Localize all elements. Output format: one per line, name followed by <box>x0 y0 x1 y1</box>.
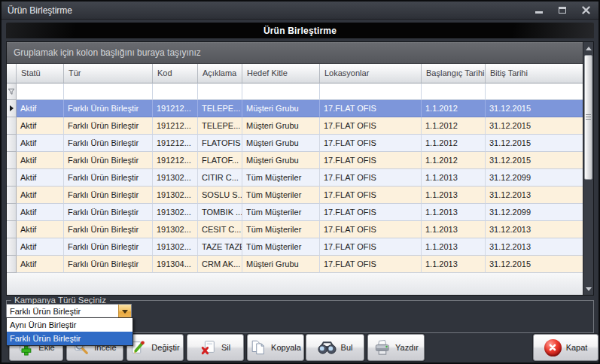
table-row[interactable]: Aktif Farklı Ürün Birleştir 191302... TO… <box>7 204 583 221</box>
combo-dropdown-button[interactable] <box>118 305 131 318</box>
scroll-down-button[interactable] <box>583 283 594 295</box>
cell-bitis-tarihi: 31.12.2015 <box>486 117 583 135</box>
cell-baslangic-tarihi: 1.1.2012 <box>422 100 486 117</box>
copy-button[interactable]: Kopyala <box>247 334 304 361</box>
scrollbar-thumb[interactable] <box>584 55 592 180</box>
cell-hedef-kitle: Müşteri Grubu <box>242 100 320 117</box>
filter-indicator-cell <box>7 83 17 100</box>
cell-kod: 191302... <box>153 204 198 221</box>
cell-baslangic-tarihi: 1.1.2012 <box>422 117 486 135</box>
cell-tur: Farklı Ürün Birleştir <box>64 238 153 256</box>
cell-tur: Farklı Ürün Birleştir <box>64 204 153 221</box>
row-indicator-cell <box>7 221 17 238</box>
row-indicator-cell <box>7 100 17 117</box>
edit-button[interactable]: Değiştir <box>126 334 184 361</box>
cell-kod: 191212... <box>153 100 198 117</box>
cell-kod: 191212... <box>153 117 198 135</box>
column-header-lokasyonlar[interactable]: Lokasyonlar <box>320 64 422 83</box>
cell-aciklama: SOSLU S... <box>198 187 242 204</box>
cell-kod: 191302... <box>153 169 198 187</box>
banner-title: Ürün Birleştirme <box>263 26 337 36</box>
cell-lokasyonlar: 17.FLAT OFIS <box>320 238 422 256</box>
cell-lokasyonlar: 17.FLAT OFIS <box>320 117 422 135</box>
row-indicator-cell <box>7 117 17 135</box>
filter-cell[interactable] <box>242 83 320 100</box>
grid-content: Gruplamak için kolon başlığını buraya ta… <box>7 42 583 295</box>
close-button[interactable] <box>579 5 592 17</box>
delete-button[interactable]: Sil <box>187 334 244 361</box>
cell-lokasyonlar: 17.FLAT OFIS <box>320 100 422 117</box>
cell-aciklama: TAZE TAZE <box>198 238 242 256</box>
cell-lokasyonlar: 17.FLAT OFIS <box>320 221 422 238</box>
cell-hedef-kitle: Müşteri Grubu <box>242 152 320 169</box>
grid-header-row: Statü Tür Kod Açıklama Hedef Kitle Lokas… <box>7 64 583 83</box>
campaign-type-combobox[interactable]: Farklı Ürün Birleştir <box>6 304 132 319</box>
cell-aciklama: FLATOFIS <box>198 135 242 152</box>
cell-hedef-kitle: Müşteri Grubu <box>242 256 320 273</box>
binoculars-icon <box>318 340 337 355</box>
column-header-baslangic-tarihi[interactable]: Başlangıç Tarihi <box>422 64 486 83</box>
dropdown-option[interactable]: Farklı Ürün Birleştir <box>7 332 132 345</box>
app-window: Ürün Birleştirme Ürün Birleştirme Grupla… <box>0 0 600 364</box>
cell-aciklama: CRM AK... <box>198 256 242 273</box>
close-form-button[interactable]: Kapat <box>533 334 598 361</box>
form-banner: Ürün Birleştirme <box>6 23 594 38</box>
window-title: Ürün Birleştirme <box>8 5 72 16</box>
filter-cell[interactable] <box>64 83 153 100</box>
cell-lokasyonlar: 17.FLAT OFIS <box>320 135 422 152</box>
find-button[interactable]: Bul <box>306 334 364 361</box>
cell-tur: Farklı Ürün Birleştir <box>64 100 153 117</box>
vertical-scrollbar[interactable] <box>583 42 593 295</box>
filter-cell[interactable] <box>198 83 242 100</box>
cell-statu: Aktif <box>17 152 64 169</box>
filter-cell[interactable] <box>153 83 198 100</box>
filter-cell[interactable] <box>486 83 583 100</box>
row-indicator-cell <box>7 238 17 256</box>
table-row[interactable]: Aktif Farklı Ürün Birleştir 191212... TE… <box>7 117 583 135</box>
minimize-button[interactable] <box>532 5 546 17</box>
print-button[interactable]: Yazdır <box>367 334 425 361</box>
cell-hedef-kitle: Tüm Müşteriler <box>242 221 320 238</box>
window-chrome: Ürün Birleştirme Ürün Birleştirme Grupla… <box>2 2 598 362</box>
column-header-aciklama[interactable]: Açıklama <box>198 64 242 83</box>
cell-kod: 191212... <box>153 152 198 169</box>
filter-cell[interactable] <box>320 83 422 100</box>
column-header-hedef-kitle[interactable]: Hedef Kitle <box>242 64 320 83</box>
column-header-statu[interactable]: Statü <box>17 64 64 83</box>
table-row[interactable]: Aktif Farklı Ürün Birleştir 191212... FL… <box>7 152 583 169</box>
cell-bitis-tarihi: 31.12.2099 <box>486 169 583 187</box>
copy-button-label: Kopyala <box>271 343 301 352</box>
thumb-grip-icon <box>586 114 591 120</box>
row-indicator-cell <box>7 135 17 152</box>
cell-statu: Aktif <box>17 221 64 238</box>
cell-statu: Aktif <box>17 100 64 117</box>
cell-baslangic-tarihi: 1.1.2013 <box>422 221 486 238</box>
cell-bitis-tarihi: 31.12.2099 <box>486 204 583 221</box>
column-header-kod[interactable]: Kod <box>153 64 198 83</box>
cell-hedef-kitle: Tüm Müşteriler <box>242 238 320 256</box>
column-header-bitis-tarihi[interactable]: Bitiş Tarihi <box>486 64 583 83</box>
table-row[interactable]: Aktif Farklı Ürün Birleştir 191302... TA… <box>7 238 583 256</box>
column-header-tur[interactable]: Tür <box>64 64 153 83</box>
cell-lokasyonlar: 17.FLAT OFIS <box>320 152 422 169</box>
filter-cell[interactable] <box>422 83 486 100</box>
table-row[interactable]: Aktif Farklı Ürün Birleştir 191304... CR… <box>7 256 583 273</box>
window-controls <box>532 5 592 17</box>
table-row[interactable]: Aktif Farklı Ürün Birleştir 191302... CI… <box>7 169 583 187</box>
cell-tur: Farklı Ürün Birleştir <box>64 187 153 204</box>
row-indicator-cell <box>7 204 17 221</box>
cell-aciklama: CESIT C... <box>198 221 242 238</box>
filter-cell[interactable] <box>17 83 64 100</box>
dropdown-option[interactable]: Aynı Ürün Birleştir <box>7 318 132 332</box>
table-row[interactable]: Aktif Farklı Ürün Birleştir 191302... SO… <box>7 187 583 204</box>
scroll-up-button[interactable] <box>583 42 594 54</box>
table-row[interactable]: Aktif Farklı Ürün Birleştir 191302... CE… <box>7 221 583 238</box>
row-indicator-cell <box>7 256 17 273</box>
cell-baslangic-tarihi: 1.1.2012 <box>422 135 486 152</box>
maximize-button[interactable] <box>556 5 569 17</box>
table-row[interactable]: Aktif Farklı Ürün Birleştir 191212... TE… <box>7 100 583 117</box>
cell-hedef-kitle: Müşteri Grubu <box>242 135 320 152</box>
cell-kod: 191302... <box>153 221 198 238</box>
cell-aciklama: CITIR C... <box>198 169 242 187</box>
table-row[interactable]: Aktif Farklı Ürün Birleştir 191212... FL… <box>7 135 583 152</box>
